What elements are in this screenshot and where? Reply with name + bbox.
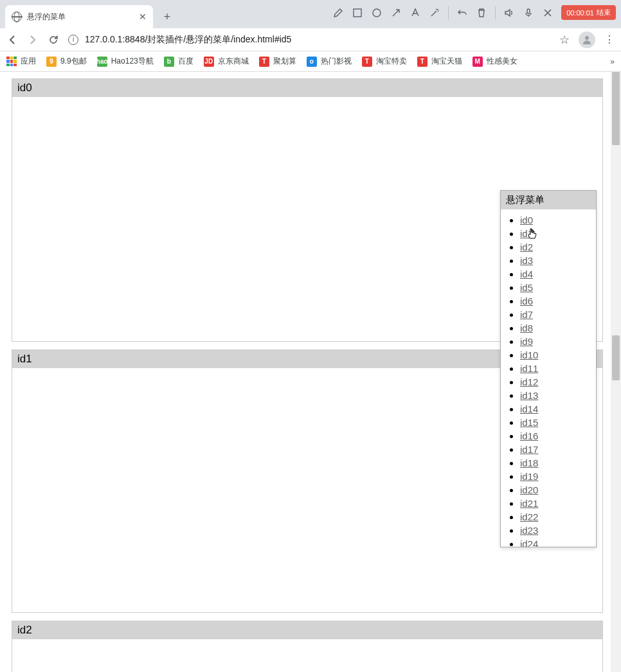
page-scrollbar[interactable] [611,72,621,672]
bookmark-label: 性感美女 [487,56,518,67]
float-menu-link[interactable]: id5 [520,282,533,293]
float-menu-link[interactable]: id3 [520,255,533,266]
close-icon[interactable] [542,7,554,19]
back-button[interactable] [6,34,18,46]
bookmark-label: 淘宝特卖 [376,56,407,67]
floating-menu-body[interactable]: id0id1id2id3id4id5id6id7id8id9id10id11id… [501,209,596,547]
float-menu-item: id16 [520,429,593,443]
float-menu-item: id10 [520,348,593,362]
undo-icon[interactable] [456,7,468,19]
bookmark-item[interactable]: JD京东商城 [204,56,249,67]
mic-icon[interactable] [523,7,534,19]
bookmark-label: 淘宝天猫 [431,56,462,67]
float-menu-item: id15 [520,416,593,429]
wand-icon[interactable] [429,7,440,19]
bookmark-label: Hao123导航 [111,56,154,67]
svg-rect-2 [527,9,530,13]
float-menu-link[interactable]: id23 [520,525,538,536]
trash-icon[interactable] [476,7,487,19]
bookmark-item[interactable]: T聚划算 [259,56,296,67]
float-menu-link[interactable]: id6 [520,296,533,306]
svg-point-3 [585,36,589,40]
bookmark-favicon: T [417,57,428,67]
toolbar-divider [495,6,496,19]
bookmark-item[interactable]: T淘宝天猫 [417,56,462,67]
float-menu-link[interactable]: id1 [520,228,533,239]
forward-button [27,34,39,46]
float-menu-link[interactable]: id21 [520,498,538,509]
float-menu-link[interactable]: id24 [520,538,538,547]
float-menu-link[interactable]: id15 [520,417,538,428]
float-menu-item: id23 [520,524,593,537]
bookmark-item[interactable]: o热门影视 [307,56,352,67]
floating-menu-title: 悬浮菜单 [501,191,596,209]
float-menu-item: id12 [520,375,593,389]
bookmark-item[interactable]: b百度 [164,56,194,67]
bookmark-item[interactable]: T淘宝特卖 [362,56,407,67]
bookmark-label: 京东商城 [218,56,249,67]
text-icon[interactable] [410,7,421,19]
scrollbar-thumb[interactable] [612,72,620,145]
bookmark-item[interactable]: M性感美女 [473,56,518,67]
float-menu-item: id13 [520,389,593,402]
float-menu-link[interactable]: id12 [520,376,538,387]
float-menu-link[interactable]: id0 [520,215,533,225]
content-section: id2 [12,621,603,672]
float-menu-link[interactable]: id19 [520,471,538,482]
bookmark-item[interactable]: haoHao123导航 [97,56,154,67]
square-icon[interactable] [352,7,363,19]
float-menu-link[interactable]: id13 [520,390,538,401]
float-menu-item: id8 [520,321,593,335]
float-menu-item: id19 [520,470,593,483]
bookmark-label: 热门影视 [321,56,352,67]
float-menu-link[interactable]: id9 [520,336,533,347]
bookmark-item[interactable]: 应用 [6,56,36,67]
url-box[interactable]: i 127.0.0.1:8848/封装插件/悬浮的菜单/index.html#i… [68,34,550,46]
menu-dots-icon[interactable]: ⋮ [604,33,615,46]
float-menu-item: id2 [520,240,593,254]
reload-button[interactable] [48,34,59,46]
circle-icon[interactable] [371,7,382,19]
pencil-icon[interactable] [332,7,344,19]
bookmark-favicon: 9 [46,57,57,67]
float-menu-link[interactable]: id2 [520,242,533,252]
apps-icon [6,57,17,67]
float-menu-link[interactable]: id10 [520,349,538,360]
bookmarks-overflow-icon[interactable]: » [610,57,615,66]
section-header: id2 [12,621,602,639]
bookmark-star-icon[interactable]: ☆ [559,33,570,47]
float-menu-link[interactable]: id11 [520,363,538,374]
recording-timer[interactable]: 00:00:01 结束 [561,5,616,20]
float-menu-link[interactable]: id7 [520,309,533,320]
float-menu-item: id3 [520,254,593,267]
timer-time: 00:00:01 [566,9,594,17]
arrow-icon[interactable] [390,7,402,19]
float-menu-item: id21 [520,497,593,510]
address-bar: i 127.0.0.1:8848/封装插件/悬浮的菜单/index.html#i… [0,28,621,51]
float-menu-link[interactable]: id8 [520,323,533,333]
float-menu-item: id14 [520,402,593,416]
float-menu-link[interactable]: id17 [520,444,538,455]
float-menu-link[interactable]: id16 [520,430,538,441]
float-menu-link[interactable]: id18 [520,457,538,468]
float-menu-link[interactable]: id4 [520,269,533,279]
new-tab-button[interactable]: + [158,8,176,26]
float-menu-link[interactable]: id22 [520,511,538,522]
profile-avatar[interactable] [579,31,595,48]
scrollbar-thumb[interactable] [612,335,620,380]
float-menu-link[interactable]: id14 [520,403,538,414]
tab-title: 悬浮的菜单 [27,12,66,22]
bookmark-favicon: M [473,57,483,67]
globe-icon [12,12,22,22]
bookmark-favicon: b [164,57,174,67]
float-menu-item: id5 [520,281,593,294]
float-menu-item: id0 [520,213,593,227]
float-menu-item: id20 [520,483,593,497]
site-info-icon[interactable]: i [68,35,78,45]
float-menu-link[interactable]: id20 [520,484,538,495]
close-tab-icon[interactable]: ✕ [139,12,147,22]
bookmark-item[interactable]: 99.9包邮 [46,56,87,67]
bookmark-favicon: hao [97,57,107,67]
browser-tab[interactable]: 悬浮的菜单 ✕ [5,5,153,28]
speaker-icon[interactable] [503,7,515,19]
